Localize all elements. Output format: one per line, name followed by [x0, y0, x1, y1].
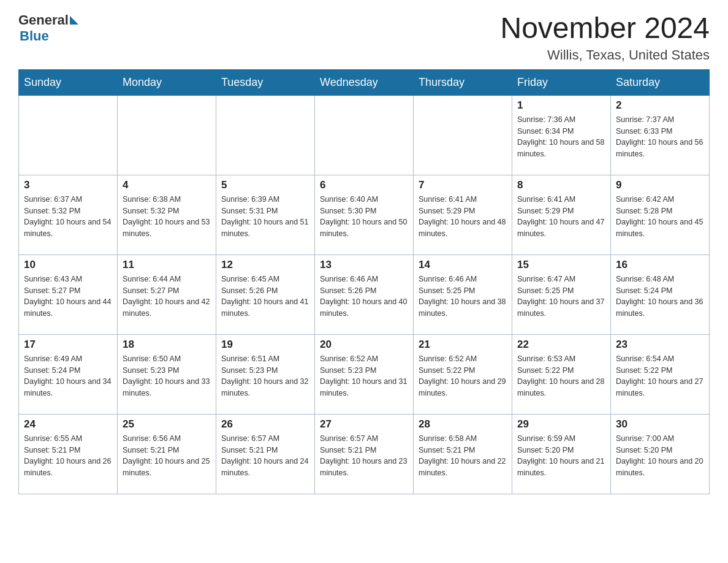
day-info: Sunrise: 6:59 AMSunset: 5:20 PMDaylight:… — [517, 433, 605, 479]
calendar-cell: 21Sunrise: 6:52 AMSunset: 5:22 PMDayligh… — [414, 334, 512, 414]
page-header: General Blue November 2024 Willis, Texas… — [18, 12, 710, 63]
calendar-cell: 25Sunrise: 6:56 AMSunset: 5:21 PMDayligh… — [118, 414, 216, 494]
day-info: Sunrise: 6:46 AMSunset: 5:25 PMDaylight:… — [419, 274, 507, 320]
calendar-cell: 10Sunrise: 6:43 AMSunset: 5:27 PMDayligh… — [19, 255, 118, 334]
day-number: 28 — [419, 418, 507, 431]
day-number: 29 — [517, 418, 605, 431]
day-number: 27 — [320, 418, 408, 431]
day-info: Sunrise: 6:44 AMSunset: 5:27 PMDaylight:… — [123, 274, 211, 320]
calendar-week-2: 3Sunrise: 6:37 AMSunset: 5:32 PMDaylight… — [19, 175, 710, 255]
day-info: Sunrise: 6:55 AMSunset: 5:21 PMDaylight:… — [24, 433, 112, 479]
day-number: 19 — [221, 339, 309, 351]
calendar-cell: 3Sunrise: 6:37 AMSunset: 5:32 PMDaylight… — [19, 175, 118, 255]
calendar-cell: 19Sunrise: 6:51 AMSunset: 5:23 PMDayligh… — [216, 334, 315, 414]
calendar-cell: 17Sunrise: 6:49 AMSunset: 5:24 PMDayligh… — [19, 334, 118, 414]
calendar-cell — [118, 95, 216, 175]
day-number: 2 — [616, 99, 704, 112]
day-number: 30 — [616, 418, 704, 431]
day-number: 22 — [517, 339, 605, 351]
day-info: Sunrise: 6:41 AMSunset: 5:29 PMDaylight:… — [419, 194, 507, 240]
calendar-cell: 9Sunrise: 6:42 AMSunset: 5:28 PMDaylight… — [611, 175, 710, 255]
day-number: 7 — [419, 179, 507, 191]
calendar-cell: 5Sunrise: 6:39 AMSunset: 5:31 PMDaylight… — [216, 175, 315, 255]
day-info: Sunrise: 6:39 AMSunset: 5:31 PMDaylight:… — [221, 194, 309, 240]
weekday-header-monday: Monday — [118, 69, 216, 95]
calendar-cell: 20Sunrise: 6:52 AMSunset: 5:23 PMDayligh… — [315, 334, 414, 414]
day-number: 10 — [24, 259, 112, 271]
day-info: Sunrise: 6:52 AMSunset: 5:22 PMDaylight:… — [419, 353, 507, 399]
day-info: Sunrise: 6:56 AMSunset: 5:21 PMDaylight:… — [123, 433, 211, 479]
day-number: 3 — [24, 179, 112, 191]
day-number: 16 — [616, 259, 704, 271]
day-number: 6 — [320, 179, 408, 191]
day-info: Sunrise: 7:37 AMSunset: 6:33 PMDaylight:… — [616, 114, 704, 160]
weekday-header-saturday: Saturday — [611, 69, 710, 95]
day-info: Sunrise: 6:41 AMSunset: 5:29 PMDaylight:… — [517, 194, 605, 240]
day-number: 1 — [517, 99, 605, 112]
logo-general-text: General — [18, 12, 69, 28]
calendar-cell: 13Sunrise: 6:46 AMSunset: 5:26 PMDayligh… — [315, 255, 414, 334]
day-number: 26 — [221, 418, 309, 431]
day-number: 21 — [419, 339, 507, 351]
day-info: Sunrise: 6:57 AMSunset: 5:21 PMDaylight:… — [221, 433, 309, 479]
day-number: 8 — [517, 179, 605, 191]
day-info: Sunrise: 6:46 AMSunset: 5:26 PMDaylight:… — [320, 274, 408, 320]
day-info: Sunrise: 6:47 AMSunset: 5:25 PMDaylight:… — [517, 274, 605, 320]
calendar-cell: 12Sunrise: 6:45 AMSunset: 5:26 PMDayligh… — [216, 255, 315, 334]
day-number: 12 — [221, 259, 309, 271]
calendar-cell: 8Sunrise: 6:41 AMSunset: 5:29 PMDaylight… — [512, 175, 611, 255]
day-info: Sunrise: 6:52 AMSunset: 5:23 PMDaylight:… — [320, 353, 408, 399]
calendar-cell — [414, 95, 512, 175]
weekday-header-friday: Friday — [512, 69, 611, 95]
weekday-header-thursday: Thursday — [414, 69, 512, 95]
day-info: Sunrise: 6:48 AMSunset: 5:24 PMDaylight:… — [616, 274, 704, 320]
logo: General Blue — [18, 12, 78, 44]
day-number: 5 — [221, 179, 309, 191]
day-number: 4 — [123, 179, 211, 191]
calendar-cell: 23Sunrise: 6:54 AMSunset: 5:22 PMDayligh… — [611, 334, 710, 414]
day-number: 23 — [616, 339, 704, 351]
day-info: Sunrise: 6:50 AMSunset: 5:23 PMDaylight:… — [123, 353, 211, 399]
day-info: Sunrise: 6:53 AMSunset: 5:22 PMDaylight:… — [517, 353, 605, 399]
calendar-week-4: 17Sunrise: 6:49 AMSunset: 5:24 PMDayligh… — [19, 334, 710, 414]
day-info: Sunrise: 6:45 AMSunset: 5:26 PMDaylight:… — [221, 274, 309, 320]
calendar-week-3: 10Sunrise: 6:43 AMSunset: 5:27 PMDayligh… — [19, 255, 710, 334]
day-number: 25 — [123, 418, 211, 431]
calendar-week-1: 1Sunrise: 7:36 AMSunset: 6:34 PMDaylight… — [19, 95, 710, 175]
day-info: Sunrise: 6:49 AMSunset: 5:24 PMDaylight:… — [24, 353, 112, 399]
day-number: 18 — [123, 339, 211, 351]
calendar-cell: 18Sunrise: 6:50 AMSunset: 5:23 PMDayligh… — [118, 334, 216, 414]
calendar-cell: 2Sunrise: 7:37 AMSunset: 6:33 PMDaylight… — [611, 95, 710, 175]
location-title: Willis, Texas, United States — [500, 47, 710, 63]
weekday-header-row: SundayMondayTuesdayWednesdayThursdayFrid… — [19, 69, 710, 95]
calendar-cell: 22Sunrise: 6:53 AMSunset: 5:22 PMDayligh… — [512, 334, 611, 414]
day-info: Sunrise: 6:51 AMSunset: 5:23 PMDaylight:… — [221, 353, 309, 399]
calendar-cell: 7Sunrise: 6:41 AMSunset: 5:29 PMDaylight… — [414, 175, 512, 255]
day-info: Sunrise: 6:37 AMSunset: 5:32 PMDaylight:… — [24, 194, 112, 240]
calendar-cell: 28Sunrise: 6:58 AMSunset: 5:21 PMDayligh… — [414, 414, 512, 494]
calendar-cell: 24Sunrise: 6:55 AMSunset: 5:21 PMDayligh… — [19, 414, 118, 494]
weekday-header-sunday: Sunday — [19, 69, 118, 95]
day-number: 9 — [616, 179, 704, 191]
calendar-cell: 30Sunrise: 7:00 AMSunset: 5:20 PMDayligh… — [611, 414, 710, 494]
logo-blue-text: Blue — [20, 28, 49, 44]
day-info: Sunrise: 6:43 AMSunset: 5:27 PMDaylight:… — [24, 274, 112, 320]
day-number: 13 — [320, 259, 408, 271]
day-number: 11 — [123, 259, 211, 271]
day-info: Sunrise: 6:54 AMSunset: 5:22 PMDaylight:… — [616, 353, 704, 399]
calendar-cell: 1Sunrise: 7:36 AMSunset: 6:34 PMDaylight… — [512, 95, 611, 175]
day-number: 14 — [419, 259, 507, 271]
calendar-cell — [216, 95, 315, 175]
calendar-table: SundayMondayTuesdayWednesdayThursdayFrid… — [18, 69, 710, 494]
calendar-cell: 15Sunrise: 6:47 AMSunset: 5:25 PMDayligh… — [512, 255, 611, 334]
day-number: 24 — [24, 418, 112, 431]
day-info: Sunrise: 6:38 AMSunset: 5:32 PMDaylight:… — [123, 194, 211, 240]
calendar-cell — [315, 95, 414, 175]
day-info: Sunrise: 6:57 AMSunset: 5:21 PMDaylight:… — [320, 433, 408, 479]
calendar-cell: 14Sunrise: 6:46 AMSunset: 5:25 PMDayligh… — [414, 255, 512, 334]
calendar-cell: 29Sunrise: 6:59 AMSunset: 5:20 PMDayligh… — [512, 414, 611, 494]
title-area: November 2024 Willis, Texas, United Stat… — [500, 12, 710, 63]
calendar-cell — [19, 95, 118, 175]
calendar-cell: 27Sunrise: 6:57 AMSunset: 5:21 PMDayligh… — [315, 414, 414, 494]
day-info: Sunrise: 6:42 AMSunset: 5:28 PMDaylight:… — [616, 194, 704, 240]
